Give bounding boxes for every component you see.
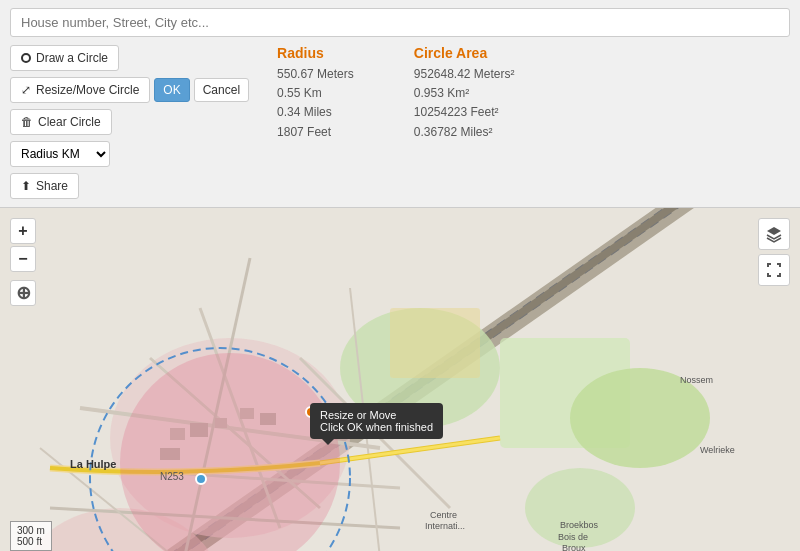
share-icon: ⬆: [21, 179, 31, 193]
area-value-2: 10254223 Feet²: [414, 105, 499, 119]
clear-circle-label: Clear Circle: [38, 115, 101, 129]
svg-text:N253: N253: [160, 471, 184, 482]
circle-icon: [21, 53, 31, 63]
clear-circle-button[interactable]: 🗑 Clear Circle: [10, 109, 112, 135]
resize-icon: ⤢: [21, 83, 31, 97]
svg-text:Nossem: Nossem: [680, 375, 713, 385]
radius-value-1: 0.55 Km: [277, 86, 322, 100]
top-panel: Draw a Circle ⤢ Resize/Move Circle OK Ca…: [0, 0, 800, 208]
search-input[interactable]: [10, 8, 790, 37]
scale-line1: 300 m: [17, 525, 45, 536]
svg-text:Centre: Centre: [430, 510, 457, 520]
controls-row: Draw a Circle ⤢ Resize/Move Circle OK Ca…: [10, 45, 790, 199]
resize-move-row: ⤢ Resize/Move Circle OK Cancel: [10, 77, 249, 103]
draw-circle-button[interactable]: Draw a Circle: [10, 45, 119, 71]
radius-title: Radius: [277, 45, 354, 61]
share-row: ⬆ Share: [10, 173, 249, 199]
map-tooltip: Resize or Move Click OK when finished: [310, 403, 443, 439]
svg-text:La Hulpe: La Hulpe: [70, 458, 116, 470]
radius-value-2: 0.34 Miles: [277, 105, 332, 119]
svg-text:Internati...: Internati...: [425, 521, 465, 531]
scale-line2: 500 ft: [17, 536, 45, 547]
resize-move-label: Resize/Move Circle: [36, 83, 139, 97]
layers-icon: [765, 225, 783, 243]
svg-text:Welrieke: Welrieke: [700, 445, 735, 455]
layers-button[interactable]: [758, 218, 790, 250]
circle-resize-dot[interactable]: [195, 473, 207, 485]
radius-value-0: 550.67 Meters: [277, 67, 354, 81]
resize-move-button[interactable]: ⤢ Resize/Move Circle: [10, 77, 150, 103]
fullscreen-button[interactable]: [758, 254, 790, 286]
share-label: Share: [36, 179, 68, 193]
radius-values: 550.67 Meters 0.55 Km 0.34 Miles 1807 Fe…: [277, 65, 354, 142]
svg-text:Bois de: Bois de: [558, 532, 588, 542]
circle-area-info-col: Circle Area 952648.42 Meters² 0.953 Km² …: [414, 45, 515, 142]
radius-value-3: 1807 Feet: [277, 125, 331, 139]
trash-icon: 🗑: [21, 115, 33, 129]
area-value-3: 0.36782 Miles²: [414, 125, 493, 139]
cancel-button[interactable]: Cancel: [194, 78, 249, 102]
scale-bar: 300 m 500 ft: [10, 521, 52, 551]
compass-button[interactable]: ⊕: [10, 280, 36, 306]
map-controls-right: [758, 218, 790, 286]
circle-area-values: 952648.42 Meters² 0.953 Km² 10254223 Fee…: [414, 65, 515, 142]
ok-button[interactable]: OK: [154, 78, 189, 102]
svg-text:Broekbos: Broekbos: [560, 520, 599, 530]
svg-rect-26: [390, 308, 480, 378]
zoom-in-button[interactable]: +: [10, 218, 36, 244]
fullscreen-icon: [766, 262, 782, 278]
left-controls: Draw a Circle ⤢ Resize/Move Circle OK Ca…: [10, 45, 249, 199]
svg-text:Broux: Broux: [562, 543, 586, 551]
map-container[interactable]: La Hulpe N253 Centre Internati... Broekb…: [0, 208, 800, 551]
draw-circle-row: Draw a Circle: [10, 45, 249, 71]
radius-info-col: Radius 550.67 Meters 0.55 Km 0.34 Miles …: [277, 45, 354, 142]
share-button[interactable]: ⬆ Share: [10, 173, 79, 199]
area-value-1: 0.953 Km²: [414, 86, 469, 100]
area-value-0: 952648.42 Meters²: [414, 67, 515, 81]
tooltip-line1: Resize or Move: [320, 409, 433, 421]
zoom-out-button[interactable]: −: [10, 246, 36, 272]
tooltip-line2: Click OK when finished: [320, 421, 433, 433]
radius-select[interactable]: Radius KM Radius Miles Radius Meters: [10, 141, 110, 167]
clear-circle-row: 🗑 Clear Circle: [10, 109, 249, 135]
draw-circle-label: Draw a Circle: [36, 51, 108, 65]
map-controls-left: + − ⊕: [10, 218, 36, 306]
circle-area-title: Circle Area: [414, 45, 515, 61]
info-section: Radius 550.67 Meters 0.55 Km 0.34 Miles …: [257, 45, 790, 142]
radius-select-row: Radius KM Radius Miles Radius Meters: [10, 141, 249, 167]
map-background: La Hulpe N253 Centre Internati... Broekb…: [0, 208, 800, 551]
